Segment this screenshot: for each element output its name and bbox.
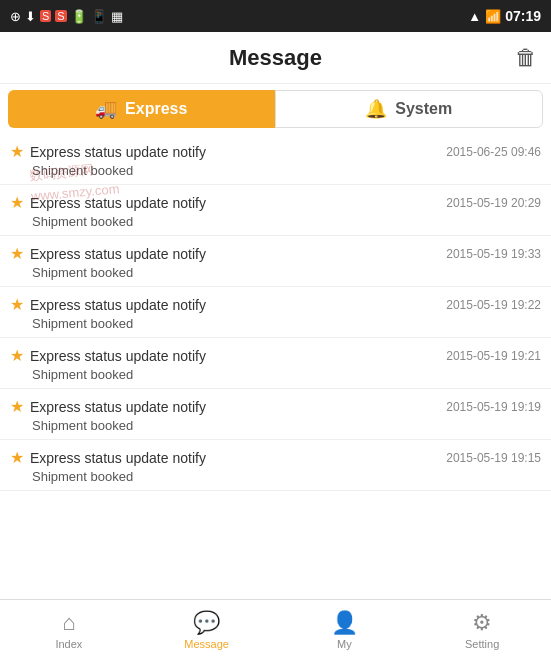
message-item[interactable]: ★ Express status update notify 2015-05-1… [0, 440, 551, 491]
star-icon: ★ [10, 397, 24, 416]
nav-icon-index: ⌂ [62, 610, 75, 636]
bottom-nav: ⌂ Index 💬 Message 👤 My ⚙ Setting [0, 599, 551, 659]
message-title: Express status update notify [30, 246, 206, 262]
tab-express-label: Express [125, 100, 187, 118]
status-icon-usb: ⊕ [10, 9, 21, 24]
message-body: Shipment booked [10, 316, 541, 331]
nav-icon-message: 💬 [193, 610, 220, 636]
status-icon-grid: ▦ [111, 9, 123, 24]
status-icon-s2: S [55, 10, 66, 22]
status-wifi: ▲ [468, 9, 481, 24]
star-icon: ★ [10, 448, 24, 467]
message-body: Shipment booked [10, 214, 541, 229]
message-item[interactable]: ★ Express status update notify 2015-05-1… [0, 185, 551, 236]
message-date: 2015-05-19 20:29 [446, 196, 541, 210]
nav-label-index: Index [55, 638, 82, 650]
message-list: ★ Express status update notify 2015-06-2… [0, 134, 551, 599]
tab-bar: 🚚 Express 🔔 System [0, 84, 551, 134]
nav-label-message: Message [184, 638, 229, 650]
page-title: Message [229, 45, 322, 71]
nav-item-my[interactable]: 👤 My [276, 600, 414, 659]
star-icon: ★ [10, 346, 24, 365]
message-date: 2015-06-25 09:46 [446, 145, 541, 159]
nav-item-setting[interactable]: ⚙ Setting [413, 600, 551, 659]
express-icon: 🚚 [95, 98, 117, 120]
star-icon: ★ [10, 295, 24, 314]
status-icon-phone: 📱 [91, 9, 107, 24]
system-icon: 🔔 [365, 98, 387, 120]
status-signal: 📶 [485, 9, 501, 24]
nav-item-message[interactable]: 💬 Message [138, 600, 276, 659]
nav-icon-setting: ⚙ [472, 610, 492, 636]
message-body: Shipment booked [10, 265, 541, 280]
message-title: Express status update notify [30, 450, 206, 466]
status-icons-right: ▲ 📶 07:19 [468, 8, 541, 24]
nav-item-index[interactable]: ⌂ Index [0, 600, 138, 659]
message-date: 2015-05-19 19:21 [446, 349, 541, 363]
message-date: 2015-05-19 19:19 [446, 400, 541, 414]
page-header: Message 🗑 [0, 32, 551, 84]
status-icon-download: ⬇ [25, 9, 36, 24]
message-title: Express status update notify [30, 297, 206, 313]
star-icon: ★ [10, 142, 24, 161]
nav-label-my: My [337, 638, 352, 650]
message-date: 2015-05-19 19:22 [446, 298, 541, 312]
message-item[interactable]: ★ Express status update notify 2015-06-2… [0, 134, 551, 185]
message-body: Shipment booked [10, 367, 541, 382]
tab-system[interactable]: 🔔 System [275, 90, 544, 128]
tab-system-label: System [395, 100, 452, 118]
message-item[interactable]: ★ Express status update notify 2015-05-1… [0, 287, 551, 338]
star-icon: ★ [10, 244, 24, 263]
message-item[interactable]: ★ Express status update notify 2015-05-1… [0, 236, 551, 287]
status-time: 07:19 [505, 8, 541, 24]
star-icon: ★ [10, 193, 24, 212]
nav-icon-my: 👤 [331, 610, 358, 636]
status-icon-battery-small: 🔋 [71, 9, 87, 24]
nav-label-setting: Setting [465, 638, 499, 650]
status-icons-left: ⊕ ⬇ S S 🔋 📱 ▦ [10, 9, 123, 24]
message-item[interactable]: ★ Express status update notify 2015-05-1… [0, 338, 551, 389]
main-container: 数码资源网 www.smzy.com Message 🗑 🚚 Express 🔔… [0, 32, 551, 659]
message-item[interactable]: ★ Express status update notify 2015-05-1… [0, 389, 551, 440]
message-title: Express status update notify [30, 399, 206, 415]
message-title: Express status update notify [30, 195, 206, 211]
trash-button[interactable]: 🗑 [515, 45, 537, 71]
message-date: 2015-05-19 19:33 [446, 247, 541, 261]
message-body: Shipment booked [10, 418, 541, 433]
message-title: Express status update notify [30, 144, 206, 160]
tab-express[interactable]: 🚚 Express [8, 90, 275, 128]
message-body: Shipment booked [10, 469, 541, 484]
message-title: Express status update notify [30, 348, 206, 364]
message-body: Shipment booked [10, 163, 541, 178]
message-date: 2015-05-19 19:15 [446, 451, 541, 465]
status-icon-s1: S [40, 10, 51, 22]
status-bar: ⊕ ⬇ S S 🔋 📱 ▦ ▲ 📶 07:19 [0, 0, 551, 32]
